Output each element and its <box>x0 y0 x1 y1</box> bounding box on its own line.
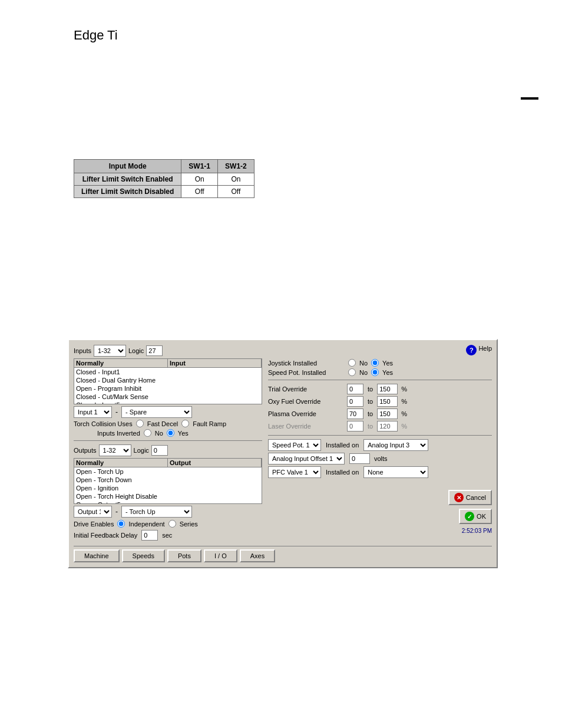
feedback-value[interactable]: 0 <box>141 530 158 541</box>
tabs-bar: Machine Speeds Pots I / O Axes <box>74 546 492 562</box>
fault-ramp-label: Fault Ramp <box>193 420 226 427</box>
help-icon: ? <box>466 345 477 355</box>
inputs-inverted-row: Inputs Inverted No Yes <box>97 429 262 437</box>
cancel-icon: ✕ <box>454 493 464 502</box>
row2-sw1: Off <box>181 186 218 198</box>
list-item[interactable]: Closed - Input5 <box>74 401 262 404</box>
oxy-to[interactable] <box>377 396 398 407</box>
fault-ramp-radio[interactable] <box>181 420 189 427</box>
laser-to-label: to <box>368 423 373 430</box>
row1-sw2: On <box>218 173 254 186</box>
output-torch-select[interactable]: - Torch Up <box>121 506 192 518</box>
drive-series-label: Series <box>180 521 198 528</box>
list-item[interactable]: Closed - Input1 <box>74 368 262 376</box>
input-mode-table: Input Mode SW1-1 SW1-2 Lifter Limit Swit… <box>74 159 254 198</box>
tab-io[interactable]: I / O <box>204 549 237 562</box>
trial-to[interactable] <box>377 384 398 394</box>
speed-pot-label: Speed Pot. Installed <box>268 369 345 376</box>
main-dialog: Inputs 1-32 Logic 27 Normally Input Clos… <box>68 339 498 568</box>
list-item[interactable]: Open - Ignition <box>74 484 262 492</box>
speed-pot-no-label: No <box>359 369 368 376</box>
help-label[interactable]: Help <box>478 345 492 355</box>
oxy-fuel-row: Oxy Fuel Override to % <box>268 396 492 407</box>
analog-offset-row: Analog Input Offset 1 0 volts <box>268 453 492 465</box>
tab-axes[interactable]: Axes <box>240 549 275 562</box>
output-number-select[interactable]: Output 1 <box>74 506 112 518</box>
inverted-no-radio[interactable] <box>144 429 151 437</box>
volts-label: volts <box>374 455 388 462</box>
inputs-listbox-header: Normally Input <box>74 359 262 368</box>
plasma-to[interactable] <box>377 409 398 419</box>
page-title: Edge Ti <box>74 28 118 43</box>
feedback-row: Initial Feedback Delay 0 sec <box>74 530 262 541</box>
drive-independent-radio[interactable] <box>117 520 125 528</box>
analog-input-offset-select[interactable]: Analog Input Offset 1 <box>268 453 345 465</box>
input-number-select[interactable]: Input 1 <box>74 406 112 418</box>
pfc-valve-select[interactable]: PFC Valve 1 <box>268 466 321 478</box>
joystick-no-label: No <box>359 360 368 367</box>
ok-icon: ✓ <box>465 512 474 521</box>
oxy-from[interactable] <box>347 396 363 407</box>
outputs-logic-label: Logic <box>134 447 149 454</box>
left-panel: Inputs 1-32 Logic 27 Normally Input Clos… <box>74 345 262 542</box>
cancel-label: Cancel <box>466 494 486 501</box>
inputs-inverted-label: Inputs Inverted <box>97 430 140 437</box>
trial-from[interactable] <box>347 384 363 394</box>
list-item[interactable]: Closed - Cut/Mark Sense <box>74 393 262 401</box>
pfc-installed-label: Installed on <box>326 469 359 476</box>
row2-sw2: Off <box>218 186 254 198</box>
joystick-row: Joystick Installed No Yes <box>268 359 492 367</box>
tab-speeds[interactable]: Speeds <box>122 549 165 562</box>
list-item[interactable]: Open - Output5 <box>74 500 262 504</box>
list-item[interactable]: Open - Torch Up <box>74 467 262 476</box>
table-row: Lifter Limit Switch Enabled On On <box>74 173 254 186</box>
col-input: Input <box>168 359 262 367</box>
fast-decel-radio[interactable] <box>136 420 144 427</box>
plasma-to-label: to <box>368 410 373 417</box>
tab-pots[interactable]: Pots <box>167 549 201 562</box>
cancel-button[interactable]: ✕ Cancel <box>448 490 492 505</box>
outputs-listbox-header: Normally Output <box>74 459 262 467</box>
laser-unit: % <box>401 423 407 430</box>
list-item[interactable]: Closed - Dual Gantry Home <box>74 376 262 384</box>
speed-pot-1-select[interactable]: Speed Pot. 1 <box>268 439 321 451</box>
speed-pot-no-radio[interactable] <box>348 368 356 376</box>
oxy-fuel-label: Oxy Fuel Override <box>268 398 345 405</box>
ok-button[interactable]: ✓ OK <box>459 509 492 524</box>
analog-value[interactable]: 0 <box>349 453 370 464</box>
torch-collision-label: Torch Collision Uses <box>74 420 133 427</box>
input-select-row: Input 1 - - Spare <box>74 406 262 418</box>
trial-override-row: Trial Override to % <box>268 384 492 394</box>
trial-unit: % <box>401 386 407 393</box>
speed-pot-yes-radio[interactable] <box>371 368 379 376</box>
list-item[interactable]: Open - Torch Down <box>74 476 262 484</box>
joystick-no-radio[interactable] <box>348 359 356 367</box>
row1-sw1: On <box>181 173 218 186</box>
tab-machine[interactable]: Machine <box>74 549 120 562</box>
inputs-label: Inputs <box>74 347 91 354</box>
laser-to[interactable] <box>377 421 398 431</box>
inputs-listbox: Normally Input Closed - Input1 Closed - … <box>74 358 262 404</box>
outputs-range-select[interactable]: 1-32 <box>99 444 131 456</box>
laser-label: Laser Override <box>268 423 345 430</box>
inverted-yes-radio[interactable] <box>167 429 174 437</box>
laser-row: Laser Override to % <box>268 421 492 431</box>
list-item[interactable]: Open - Torch Height Disable <box>74 492 262 500</box>
col-normally: Normally <box>74 359 168 367</box>
analog-input-3-select[interactable]: Analog Input 3 <box>363 439 428 451</box>
inputs-count[interactable]: 27 <box>146 345 163 356</box>
pfc-none-select[interactable]: None <box>363 466 428 478</box>
col-header-sw2: SW1-2 <box>218 160 254 173</box>
input-spare-select[interactable]: - Spare <box>121 406 192 418</box>
drive-series-radio[interactable] <box>168 520 176 528</box>
plasma-from[interactable] <box>347 409 363 419</box>
outputs-count[interactable]: 0 <box>151 445 168 456</box>
list-item[interactable]: Open - Program Inhibit <box>74 384 262 393</box>
inputs-range-select[interactable]: 1-32 <box>94 345 126 357</box>
outputs-listbox: Normally Output Open - Torch Up Open - T… <box>74 458 262 504</box>
speed-pot-row: Speed Pot. Installed No Yes <box>268 368 492 376</box>
joystick-yes-radio[interactable] <box>371 359 379 367</box>
joystick-yes-label: Yes <box>382 360 393 367</box>
laser-from[interactable] <box>347 421 363 431</box>
torch-collision-row: Torch Collision Uses Fast Decel Fault Ra… <box>74 420 262 427</box>
